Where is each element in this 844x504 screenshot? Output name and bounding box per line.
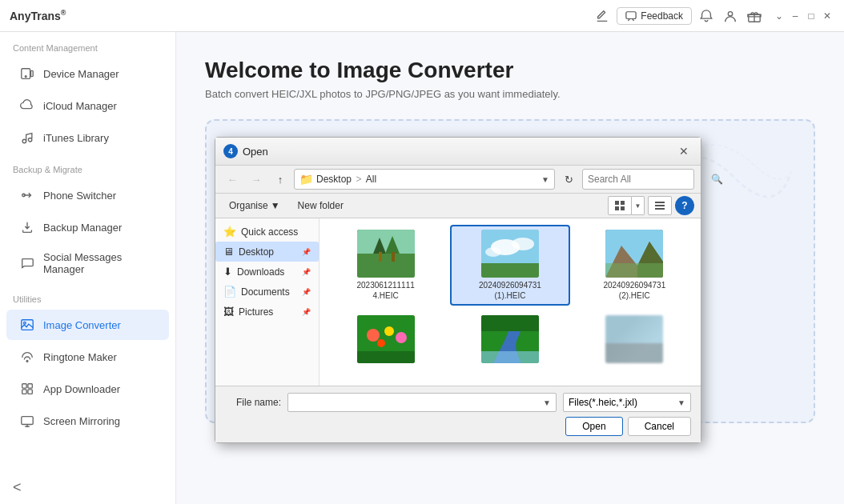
search-input[interactable] <box>588 174 708 185</box>
sidebar-item-phone-switcher[interactable]: Phone Switcher <box>6 180 169 210</box>
sidebar-label: Image Converter <box>43 319 121 331</box>
svg-point-10 <box>24 322 26 324</box>
header-action-icons <box>698 8 762 24</box>
drop-zone[interactable]: 4 Open ✕ ← → ↑ 📁 <box>205 119 815 423</box>
pin-icon: 📌 <box>302 308 311 316</box>
svg-rect-17 <box>615 201 619 205</box>
file-thumbnail <box>605 230 663 278</box>
grid-view-button[interactable] <box>608 196 632 215</box>
svg-rect-19 <box>615 206 619 210</box>
svg-point-1 <box>728 11 732 15</box>
view-toggle[interactable]: ▼ <box>608 196 645 215</box>
pictures-icon: 🖼 <box>223 306 234 318</box>
file-item[interactable]: 20230612111114.HEIC <box>326 225 445 306</box>
file-thumbnail <box>357 315 415 363</box>
tree-item-pictures[interactable]: 🖼 Pictures 📌 <box>215 302 319 322</box>
forward-button[interactable]: → <box>246 169 267 190</box>
up-button[interactable]: ↑ <box>270 169 291 190</box>
file-item[interactable] <box>575 310 694 370</box>
svg-rect-0 <box>626 11 636 18</box>
sidebar-item-backup-manager[interactable]: Backup Manager <box>6 212 169 242</box>
section-label-utilities: Utilities <box>0 283 175 309</box>
file-open-dialog: 4 Open ✕ ← → ↑ 📁 <box>215 137 701 443</box>
organise-button[interactable]: Organise ▼ <box>222 197 287 214</box>
titlebar-icons <box>594 8 610 24</box>
bell-icon[interactable] <box>698 8 714 24</box>
maximize-icon[interactable]: □ <box>804 9 818 23</box>
svg-point-41 <box>384 326 394 336</box>
section-label-backup: Backup & Migrate <box>0 154 175 179</box>
dialog-files-grid: 20230612111114.HEIC <box>320 218 701 386</box>
svg-rect-29 <box>392 252 395 262</box>
file-item[interactable] <box>326 310 445 370</box>
file-item[interactable] <box>450 310 569 370</box>
organise-dropdown-icon: ▼ <box>271 200 280 211</box>
file-label: 20240926094731(2).HEIC <box>602 280 666 301</box>
titlebar: AnyTrans® Feedback <box>0 0 844 32</box>
message-icon <box>19 255 35 271</box>
gift-icon[interactable] <box>746 8 762 24</box>
subtoolbar-left: Organise ▼ New folder <box>222 197 351 214</box>
filename-input[interactable]: ▼ <box>287 393 557 412</box>
tree-item-quick-access[interactable]: ⭐ Quick access <box>215 222 319 242</box>
tree-item-desktop[interactable]: 🖥 Desktop 📌 <box>215 242 319 262</box>
sidebar-item-image-converter[interactable]: Image Converter <box>6 310 169 340</box>
view-dropdown-button[interactable]: ▼ <box>632 196 645 215</box>
dialog-subtoolbar: Organise ▼ New folder <box>215 194 701 218</box>
close-icon[interactable]: ✕ <box>820 9 834 23</box>
main-layout: Content Management Device Manager iCloud… <box>0 32 844 504</box>
sidebar-item-itunes-library[interactable]: iTunes Library <box>6 122 169 153</box>
sidebar-label: Screen Mirroring <box>43 415 120 427</box>
svg-point-11 <box>26 361 28 362</box>
refresh-button[interactable]: ↻ <box>558 169 579 190</box>
svg-point-43 <box>377 339 385 347</box>
sidebar-label: Device Manager <box>43 68 119 80</box>
dialog-body: ⭐ Quick access 🖥 Desktop 📌 ⬇ Downloads <box>215 218 701 386</box>
sidebar-item-icloud-manager[interactable]: iCloud Manager <box>6 90 169 121</box>
app-name: AnyTrans® <box>10 9 66 22</box>
address-bar[interactable]: 📁 Desktop > All ▼ <box>294 169 555 190</box>
dialog-cancel-button[interactable]: Cancel <box>628 417 691 436</box>
appdownload-icon <box>19 381 35 397</box>
dialog-tree-sidebar: ⭐ Quick access 🖥 Desktop 📌 ⬇ Downloads <box>215 218 320 386</box>
svg-rect-13 <box>28 384 32 388</box>
svg-rect-4 <box>31 70 34 76</box>
file-label: 20230612111114.HEIC <box>354 280 418 301</box>
feedback-button[interactable]: Feedback <box>617 7 692 25</box>
mirror-icon <box>19 413 35 429</box>
sidebar-item-app-downloader[interactable]: App Downloader <box>6 374 169 404</box>
file-item[interactable]: 20240926094731(2).HEIC <box>575 225 694 306</box>
sidebar-item-ringtone-maker[interactable]: Ringtone Maker <box>6 342 169 372</box>
address-dropdown-icon[interactable]: ▼ <box>541 175 549 184</box>
more-icon[interactable]: ⌄ <box>772 9 786 23</box>
sidebar-item-screen-mirroring[interactable]: Screen Mirroring <box>6 406 169 436</box>
minimize-icon[interactable]: – <box>788 9 802 23</box>
filetype-selector[interactable]: Files(*.heic,*.jxl) ▼ <box>563 393 691 412</box>
file-label: 20240926094731(1).HEIC <box>478 280 542 301</box>
new-folder-button[interactable]: New folder <box>291 197 351 214</box>
help-button[interactable]: ? <box>675 196 694 215</box>
file-item[interactable]: 20240926094731(1).HEIC <box>450 225 569 306</box>
sidebar-collapse-button[interactable]: < <box>0 471 175 504</box>
details-view-button[interactable] <box>648 196 672 215</box>
user-icon[interactable] <box>722 8 738 24</box>
search-box[interactable]: 🔍 <box>582 169 694 190</box>
dialog-close-button[interactable]: ✕ <box>675 142 693 160</box>
svg-rect-28 <box>379 252 382 262</box>
back-button[interactable]: ← <box>222 169 243 190</box>
edit-icon[interactable] <box>594 8 610 24</box>
svg-rect-18 <box>621 201 625 205</box>
pin-icon: 📌 <box>302 268 311 276</box>
tree-item-downloads[interactable]: ⬇ Downloads 📌 <box>215 262 319 282</box>
tree-item-documents[interactable]: 📄 Documents 📌 <box>215 282 319 302</box>
svg-rect-22 <box>655 205 665 206</box>
address-path: Desktop > All <box>316 174 538 185</box>
search-icon: 🔍 <box>711 174 723 185</box>
sidebar-item-device-manager[interactable]: Device Manager <box>6 58 169 89</box>
svg-rect-25 <box>357 254 415 278</box>
dialog-open-button[interactable]: Open <box>565 417 622 436</box>
sidebar-item-social-messages[interactable]: Social Messages Manager <box>6 244 169 282</box>
cloud-icon <box>19 98 35 114</box>
svg-rect-12 <box>22 384 26 388</box>
folder-icon: 📁 <box>299 173 313 186</box>
